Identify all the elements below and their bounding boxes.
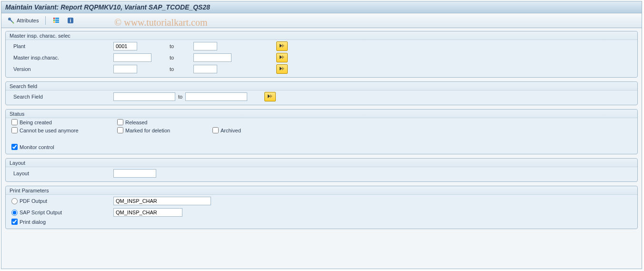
checkbox-being-created[interactable]: Being created: [11, 119, 112, 125]
attributes-button[interactable]: Attributes: [5, 16, 40, 25]
attributes-icon: [7, 17, 15, 24]
more-button-version[interactable]: [276, 64, 288, 74]
input-plant-from[interactable]: [113, 42, 137, 50]
input-version-from[interactable]: [113, 65, 137, 73]
checkbox-print-dialog-label: Print dialog: [20, 219, 46, 225]
svg-rect-5: [53, 21, 55, 23]
radio-script-input[interactable]: [11, 210, 18, 216]
toolbar-icon-button-1[interactable]: [50, 16, 62, 25]
status-row-2: Cannot be used anymore Marked for deleti…: [6, 126, 637, 134]
input-pdf-value[interactable]: [113, 197, 211, 205]
checkbox-monitor-input[interactable]: [11, 144, 18, 150]
label-plant: Plant: [11, 43, 113, 49]
checkbox-released-input[interactable]: [117, 119, 123, 125]
label-search-to: to: [175, 94, 185, 100]
title-bar: Maintain Variant: Report RQPMKV10, Varia…: [1, 1, 642, 13]
input-layout[interactable]: [113, 169, 156, 178]
checkbox-marked-delete-label: Marked for deletion: [125, 128, 170, 133]
page-title: Maintain Variant: Report RQPMKV10, Varia…: [5, 3, 210, 11]
radio-pdf-label: PDF Output: [20, 198, 47, 204]
checkbox-print-dialog-input[interactable]: [11, 219, 18, 225]
radio-pdf-input[interactable]: [11, 198, 18, 204]
multiple-selection-icon: [279, 55, 285, 60]
info-icon: i: [67, 17, 74, 24]
more-button-search[interactable]: [264, 92, 276, 101]
input-plant-to[interactable]: [193, 42, 217, 50]
group-title-print: Print Parameters: [6, 186, 637, 195]
group-search: Search field Search Field to: [5, 81, 638, 105]
status-row-1: Being created Released: [6, 118, 637, 126]
row-mic: Master insp.charac. to: [6, 51, 637, 63]
list-icon: [52, 17, 60, 24]
checkbox-archived-input[interactable]: [212, 127, 219, 133]
radio-script[interactable]: SAP Script Output: [11, 210, 113, 216]
multiple-selection-icon: [279, 66, 285, 72]
checkbox-monitor[interactable]: Monitor control: [11, 144, 107, 150]
group-master-insp: Master insp. charac. selec Plant to Mast…: [5, 31, 638, 78]
input-mic-to[interactable]: [193, 53, 231, 62]
input-script-value[interactable]: [113, 208, 182, 217]
group-status: Status Being created Released Cannot be …: [5, 109, 638, 154]
radio-pdf[interactable]: PDF Output: [11, 198, 113, 204]
row-version: Version to: [6, 63, 637, 74]
checkbox-released[interactable]: Released: [117, 119, 212, 125]
more-button-plant[interactable]: [276, 41, 288, 51]
row-pdf: PDF Output: [6, 195, 637, 206]
checkbox-print-dialog[interactable]: Print dialog: [11, 219, 107, 225]
row-script: SAP Script Output: [6, 206, 637, 218]
row-layout: Layout: [6, 167, 637, 179]
label-search: Search Field: [11, 94, 113, 100]
status-row-monitor: Monitor control: [6, 143, 637, 151]
checkbox-cannot-be-used-label: Cannot be used anymore: [20, 128, 79, 133]
group-title-status: Status: [6, 110, 637, 118]
svg-rect-6: [55, 21, 59, 23]
input-mic-from[interactable]: [113, 53, 151, 62]
input-version-to[interactable]: [193, 65, 217, 73]
checkbox-archived-label: Archived: [221, 128, 241, 133]
attributes-label: Attributes: [17, 18, 39, 23]
multiple-selection-icon: [267, 94, 273, 100]
group-title-layout: Layout: [6, 159, 637, 167]
input-search-to[interactable]: [185, 92, 247, 101]
svg-rect-4: [55, 20, 59, 21]
checkbox-cannot-be-used-input[interactable]: [11, 127, 18, 133]
checkbox-marked-delete-input[interactable]: [117, 127, 123, 133]
label-layout: Layout: [11, 171, 113, 176]
app-window: © www.tutorialkart.com Maintain Variant:…: [1, 1, 642, 269]
toolbar-separator: [45, 16, 46, 25]
svg-rect-3: [53, 20, 55, 21]
group-title-master: Master insp. charac. selec: [6, 31, 637, 40]
checkbox-being-created-input[interactable]: [11, 119, 18, 125]
more-button-mic[interactable]: [276, 53, 288, 62]
label-version: Version: [11, 66, 113, 72]
checkbox-monitor-label: Monitor control: [20, 144, 54, 150]
label-mic-to: to: [151, 55, 193, 60]
checkbox-released-label: Released: [125, 120, 147, 125]
checkbox-being-created-label: Being created: [20, 120, 52, 125]
label-plant-to: to: [137, 43, 193, 49]
svg-rect-1: [53, 18, 55, 19]
checkbox-marked-delete[interactable]: Marked for deletion: [117, 127, 208, 133]
row-plant: Plant to: [6, 40, 637, 51]
svg-text:i: i: [70, 18, 71, 23]
radio-script-label: SAP Script Output: [20, 210, 62, 215]
row-search: Search Field to: [6, 90, 637, 102]
toolbar-icon-button-2[interactable]: i: [65, 16, 76, 25]
input-search-from[interactable]: [113, 92, 175, 101]
toolbar: Attributes i: [1, 13, 642, 28]
svg-rect-2: [55, 18, 59, 19]
label-version-to: to: [137, 66, 193, 72]
group-title-search: Search field: [6, 82, 637, 90]
checkbox-cannot-be-used[interactable]: Cannot be used anymore: [11, 127, 112, 133]
label-mic: Master insp.charac.: [11, 55, 113, 60]
content-area: Master insp. charac. selec Plant to Mast…: [1, 28, 642, 236]
group-layout: Layout Layout: [5, 158, 638, 182]
checkbox-archived[interactable]: Archived: [212, 127, 308, 133]
multiple-selection-icon: [279, 43, 285, 49]
row-print-dialog: Print dialog: [6, 218, 637, 226]
group-print: Print Parameters PDF Output SAP Script O…: [5, 186, 638, 229]
